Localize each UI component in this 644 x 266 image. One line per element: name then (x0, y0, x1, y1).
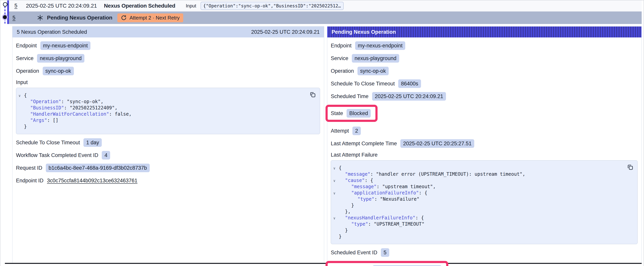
detail-row-request-id: Request IDb1c6a4bc-8ee7-468a-9169-df3b02… (16, 164, 320, 172)
collapse-chevron-icon[interactable]: ∨ (333, 165, 336, 171)
code-line: }, (331, 208, 624, 215)
detail-row-state: StateBlocked (331, 105, 638, 122)
json-token: false, (114, 111, 132, 117)
value-badge: my-nexus-endpoint (355, 41, 406, 50)
value-badge: my-nexus-endpoint (40, 41, 91, 50)
detail-row-last-attempt-failure: Last Attempt Failure∨{"message": "handle… (331, 152, 638, 244)
event-detail-panel-pending: Pending Nexus Operation Endpointmy-nexus… (327, 26, 642, 263)
collapse-chevron-icon[interactable]: ∨ (333, 178, 336, 184)
left-panel-timestamp: 2025-02-25 UTC 20:24:09.21 (251, 29, 320, 35)
copy-icon[interactable] (627, 164, 634, 171)
code-line: } (331, 202, 624, 208)
field-label: State (331, 110, 343, 116)
detail-row-schedule-to-close-timeout: Schedule To Close Timeout1 day (16, 138, 320, 147)
retry-badge-label: Attempt 2 · Next Retry (130, 15, 180, 21)
field-label: Service (331, 55, 348, 61)
event-input-label: Input (186, 3, 196, 9)
json-token: } (351, 203, 354, 208)
json-key: "type" (358, 196, 374, 202)
json-token: "UPSTREAM_TIMEOUT" (374, 221, 424, 227)
json-key: "applicationFailureInfo" (351, 190, 419, 196)
history-bottom-rule (5, 263, 642, 264)
field-label: Operation (16, 68, 39, 74)
event-row-pending-nexus-operation[interactable]: 5 Pending Nexus Operation Attempt 2 · Ne… (9, 12, 642, 24)
json-token: : { (419, 190, 427, 196)
event-title: Pending Nexus Operation (47, 15, 112, 21)
code-line: "type": "NexusFailure" (331, 196, 624, 202)
detail-row-last-attempt-complete-time: Last Attempt Complete Time2025-02-25 UTC… (331, 139, 638, 148)
json-token: } (339, 234, 342, 239)
json-token: "sync-op-ok", (67, 99, 104, 104)
retry-icon (121, 15, 127, 21)
json-token: { (339, 165, 342, 171)
field-label: Attempt (331, 128, 349, 134)
code-line: ∨"nexusHandlerFailureInfo": { (331, 215, 624, 221)
field-label: Request ID (16, 165, 42, 171)
json-key: "nexusHandlerFailureInfo" (345, 215, 415, 220)
value-badge: b1c6a4bc-8ee7-468a-9169-df3b02c8737b (46, 164, 150, 172)
collapse-chevron-icon[interactable]: ∨ (333, 190, 336, 196)
event-row-nexus-operation-scheduled[interactable]: 5 2025-02-25 UTC 20:24:09.21 Nexus Opera… (9, 1, 642, 11)
json-token: } (345, 227, 348, 233)
detail-row-input: Input∨{"Operation": "sync-op-ok","Busine… (16, 79, 320, 134)
json-token: "20250225122409", (70, 105, 118, 111)
json-key: "Args" (30, 118, 47, 123)
field-label: Last Attempt Complete Time (331, 141, 397, 147)
collapse-chevron-icon[interactable]: ∨ (18, 93, 21, 99)
code-line: ∨{ (16, 92, 306, 99)
code-line: "message": "handler error (UPSTREAM_TIME… (331, 171, 624, 177)
left-panel-title: 5 Nexus Operation Scheduled (17, 29, 87, 35)
event-input-preview-chip[interactable]: {"Operation":"sync-op-ok","BusinessID":"… (200, 2, 344, 10)
detail-row-scheduled-event-id: Scheduled Event ID5 (331, 248, 638, 257)
value-badge: The circuit breaker is open. (373, 265, 442, 266)
json-token: [] (53, 118, 58, 123)
code-line: } (16, 123, 306, 130)
json-token: : (370, 171, 376, 177)
json-token: } (24, 124, 27, 129)
detail-row-workflow-task-completed-event-id: Workflow Task Completed Event ID4 (16, 151, 320, 159)
value-badge: 5 (381, 248, 389, 257)
event-id-link[interactable]: 5 (14, 3, 17, 9)
event-detail-panel-scheduled: 5 Nexus Operation Scheduled 2025-02-25 U… (12, 26, 324, 263)
code-line: } (331, 233, 624, 240)
detail-row-endpoint: Endpointmy-nexus-endpoint (16, 41, 320, 50)
value-badge: 1 day (84, 138, 102, 147)
json-token: : (376, 184, 382, 189)
field-label: Endpoint (331, 43, 352, 49)
code-line: "message": "upstream timeout", (331, 183, 624, 190)
copy-icon[interactable] (309, 91, 316, 98)
code-line: "Operation": "sync-op-ok", (16, 99, 306, 105)
json-token: : (47, 118, 53, 123)
json-token: : (64, 105, 70, 111)
field-label: Scheduled Event ID (331, 250, 377, 256)
value-badge: nexus-playground (352, 54, 399, 63)
json-code-block: ∨{"message": "handler error (UPSTREAM_TI… (331, 160, 638, 244)
right-panel-title: Pending Nexus Operation (332, 29, 396, 35)
code-line: "Args": [] (16, 117, 306, 123)
value-badge: sync-op-ok (358, 67, 389, 75)
json-key: "type" (351, 221, 368, 227)
json-token: "handler error (UPSTREAM_TIMEOUT): upstr… (376, 171, 525, 177)
value-link[interactable]: 3c0c75ccfa8144b092c13ce632463761 (47, 178, 138, 184)
detail-row-schedule-to-close-timeout: Schedule To Close Timeout86400s (331, 79, 638, 88)
detail-row-operation: Operationsync-op-ok (331, 67, 638, 75)
field-label: Schedule To Close Timeout (331, 81, 395, 87)
field-label: Operation (331, 68, 354, 74)
collapse-chevron-icon[interactable]: ∨ (333, 215, 336, 221)
retry-attempt-badge: Attempt 2 · Next Retry (117, 14, 183, 22)
temporal-event-history-screen: 5 2025-02-25 UTC 20:24:09.21 Nexus Opera… (0, 0, 644, 266)
json-token: "upstream timeout", (382, 184, 436, 189)
timeline-dashed-line (4, 6, 6, 24)
field-label: Schedule To Close Timeout (16, 140, 80, 146)
json-token: : (374, 196, 380, 202)
value-badge: 2025-02-25 UTC 20:25:27.51 (400, 139, 474, 148)
detail-row-service: Servicenexus-playground (331, 54, 638, 63)
detail-row-attempt: Attempt2 (331, 127, 638, 135)
json-token: "NexusFailure" (380, 196, 420, 202)
detail-row-endpoint: Endpointmy-nexus-endpoint (331, 41, 638, 50)
timeline-current-dot-icon (3, 15, 7, 19)
event-id-link[interactable]: 5 (12, 15, 16, 21)
json-key: "Operation" (30, 99, 61, 104)
code-line: ∨{ (331, 165, 624, 171)
json-token: : { (415, 215, 424, 220)
